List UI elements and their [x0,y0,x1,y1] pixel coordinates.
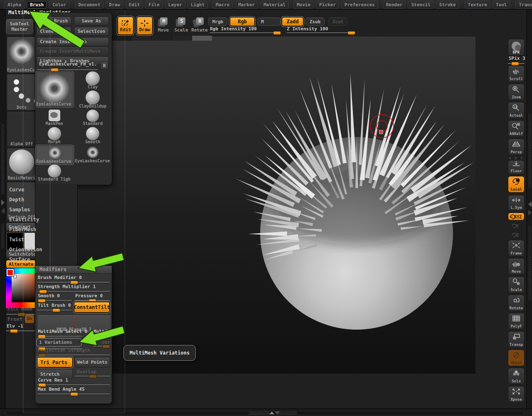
brush-thumb-eyelashes2[interactable]: EyeLashesCurve_F [75,145,111,164]
menu-item-stencil[interactable]: Stencil [408,1,433,9]
menu-item-texture[interactable]: Texture [465,1,490,9]
menu-item-brush[interactable]: Brush [27,1,47,9]
section-surface[interactable]: Surface [9,257,30,262]
transp-button[interactable]: Transp [508,331,525,348]
brush-modifier-slider[interactable] [37,282,110,283]
brush-thumb-standard[interactable]: Standard [75,110,111,126]
max-bend-angle-handle[interactable] [70,392,78,396]
local-button[interactable]: Local [508,176,525,193]
current-material-thumb[interactable]: BasicMateri [7,148,37,181]
floor-button[interactable]: Floor [508,160,525,174]
edit-button[interactable]: Edit [118,17,133,35]
brush-thumb-eyelashes-large[interactable]: EyeLashesCurve_F [36,71,74,107]
brush-restore-button[interactable]: R [100,61,108,70]
brush-thumb-eyelashes-selected[interactable]: EyeLashesCurve_F [36,145,74,164]
brush-thumb-smooth[interactable]: Smooth [75,127,111,144]
bpr-button[interactable]: BPR [508,39,525,56]
create-insertmesh-button[interactable]: Create InsertMesh [37,37,109,46]
solo-button[interactable]: Solo [508,368,525,384]
menu-item-render[interactable]: Render [383,1,406,9]
tray-down-arrow-icon[interactable] [275,411,280,414]
zsub-button[interactable]: Zsub [305,17,325,26]
tilt-brush-slider[interactable] [37,310,71,311]
actual-button[interactable]: x1 Actual [508,102,525,119]
tray-up-arrow-icon[interactable] [269,411,274,414]
spix-handle[interactable] [511,62,519,66]
brush-thumb-maskpen[interactable]: MaskPen [36,110,73,126]
tray-close-arrow-icon[interactable] [1,208,5,214]
brush-thumb-standard-tigh[interactable]: Standard_Tigh [36,164,73,182]
mrgb-button[interactable]: Mrgb [208,17,227,26]
curve-res-slider[interactable] [37,384,110,385]
menu-item-transform[interactable]: Transform [515,1,532,9]
tray-open-arrow-icon[interactable] [1,200,5,206]
variations-right-slider[interactable] [94,346,110,347]
polyf-button[interactable]: PolyF [508,313,525,330]
right-tray-arrow2-icon[interactable] [528,210,532,215]
menu-item-tool[interactable]: Tool [493,1,510,9]
max-bend-angle-slider[interactable] [37,394,110,394]
ghost-button[interactable]: Ghost [508,350,525,366]
multimesh-right-slider[interactable] [94,336,110,337]
save-as-button[interactable]: Save As [74,17,109,25]
sv-square[interactable] [12,274,37,302]
rgb-intensity-slider[interactable] [210,32,280,33]
menu-item-preferences[interactable]: Preferences [341,1,378,9]
smooth-handle[interactable] [38,299,46,303]
rgb-intensity-handle[interactable] [273,31,281,35]
smooth-slider[interactable] [37,300,71,301]
menu-item-document[interactable]: Document [75,1,103,9]
tilt-brush-handle[interactable] [52,308,60,312]
brush-thumb-claybuildup[interactable]: ClayBuildup [75,91,111,109]
current-alpha-thumb[interactable]: Alpha Off [7,111,37,147]
scale-button[interactable]: S Scale [173,17,189,34]
rotate-z-ghost[interactable]: Z [508,232,525,238]
section-orientation[interactable]: Orientation [9,247,42,252]
rotate-xyz-button[interactable]: XYZ [508,213,525,220]
menu-item-draw[interactable]: Draw [106,1,123,9]
weld-points-button[interactable]: Weld Points [74,357,110,367]
section-depth[interactable]: Depth [9,197,24,203]
snap-chip[interactable]: Un [25,315,34,323]
current-stroke-thumb[interactable]: Dots [7,74,37,110]
section-fibermesh[interactable]: FiberMesh [9,227,36,232]
tri-parts-button[interactable]: Tri Parts [37,357,73,367]
draw-button[interactable]: Draw [137,17,153,35]
subtool-master-button[interactable]: SubTool Master [6,19,33,34]
section-elasticity[interactable]: Elasticity [9,217,39,223]
zcut-button[interactable]: Zcut [328,17,347,26]
z-intensity-handle[interactable] [347,31,355,35]
frame-button[interactable]: Frame [508,240,525,257]
xpose-button[interactable]: Xpose [508,386,525,403]
projection-strength-handle[interactable] [38,353,46,357]
variations-right-handle[interactable] [102,345,110,348]
lsym-button[interactable]: L.Sym [508,195,525,211]
strength-multiplier-slider[interactable] [37,291,110,292]
color-picker[interactable] [6,268,37,308]
load-brush-button[interactable]: Load Brush [37,17,71,25]
bottom-bar[interactable] [0,409,532,416]
rotate-button[interactable]: R Rotate [191,17,208,34]
z-intensity-slider[interactable] [287,32,354,33]
canvas-top-divider[interactable] [111,36,212,41]
menu-item-alpha[interactable]: Alpha [4,1,25,9]
menu-item-light[interactable]: Light [187,1,208,9]
move-button[interactable]: M Move [155,17,171,34]
pressure-slider[interactable] [75,300,110,301]
left-tray-edge[interactable] [0,10,6,409]
current-brush-thumb[interactable]: EyeLashesCur [7,37,37,73]
section-samples[interactable]: Samples [9,207,30,213]
menu-item-edit[interactable]: Edit [126,1,143,9]
right-tray-arrow-icon[interactable] [528,201,532,207]
brush-thumb-clay[interactable]: Clay [75,71,111,90]
scroll-button[interactable]: Scroll [508,66,525,82]
constanttilt-button[interactable]: ConstantTilt [74,302,110,313]
menu-item-picker[interactable]: Picker [316,1,339,9]
modifiers-header[interactable]: Modifiers [35,266,112,274]
menu-item-file[interactable]: File [145,1,163,9]
menu-item-color[interactable]: Color [49,1,69,9]
rgb-button[interactable]: Rgb [230,17,255,26]
aahalf-button[interactable]: AAHalf [508,120,525,137]
menu-item-stroke[interactable]: Stroke [436,1,459,9]
zoom-button[interactable]: Zoom [508,84,525,100]
